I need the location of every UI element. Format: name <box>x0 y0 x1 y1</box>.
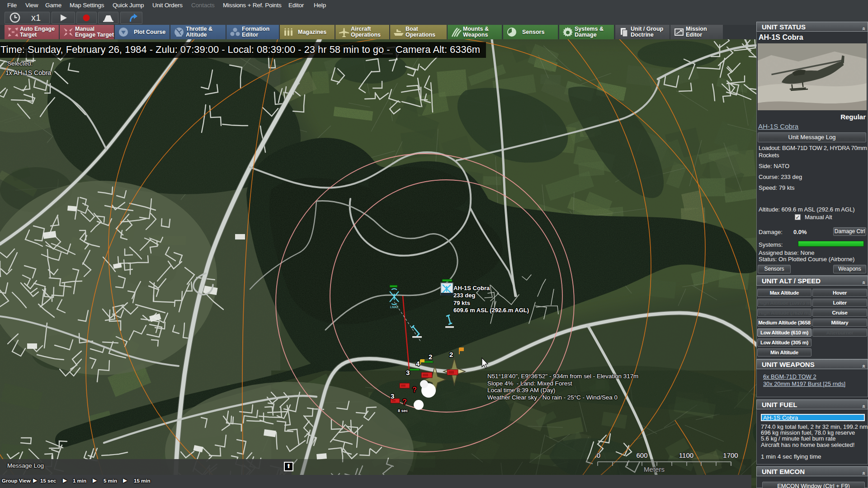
svg-text:?: ? <box>412 386 417 394</box>
svg-text:1100: 1100 <box>679 451 693 459</box>
svg-text:x1: x1 <box>31 13 41 23</box>
svg-text:8 sec: 8 sec <box>398 408 408 413</box>
svg-text:4: 4 <box>416 360 420 367</box>
svg-text:2: 2 <box>429 353 432 361</box>
svg-text:600: 600 <box>636 451 647 459</box>
svg-text:3: 3 <box>406 369 410 376</box>
svg-text:1700: 1700 <box>723 451 738 459</box>
svg-text:LMAJ: LMAJ <box>390 305 398 309</box>
svg-text:2: 2 <box>449 351 453 358</box>
svg-text:?: ? <box>402 398 407 406</box>
svg-text:3: 3 <box>391 392 394 400</box>
svg-text:0: 0 <box>597 451 600 459</box>
